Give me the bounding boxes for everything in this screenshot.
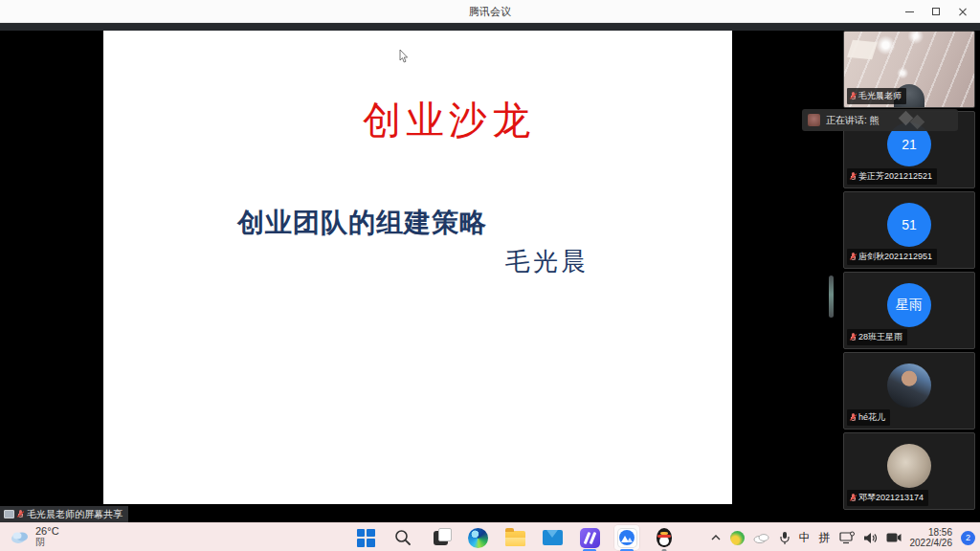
window-title: 腾讯会议 [0,5,980,19]
muted-mic-icon [850,253,857,262]
display-pen-tray-icon[interactable] [839,531,855,544]
weather-widget[interactable]: 26°C 阴 [10,525,59,548]
purple-app-button[interactable] [577,525,602,550]
participant-name: 28班王星雨 [858,331,902,343]
participant-name: 邓琴2021213174 [858,492,924,504]
edge-icon [468,528,488,548]
screen-share-banner[interactable]: 毛光晨老师的屏幕共享 [0,506,128,522]
participant-name: 姜正芳2021212521 [858,170,932,183]
participant-name: hé花儿 [858,411,885,424]
speaking-toast-text: 正在讲话: 熊 [826,114,880,127]
participant-name-tag: 姜正芳2021212521 [847,168,937,185]
taskbar-apps [353,525,677,550]
mail-button[interactable] [540,525,565,550]
muted-mic-icon [850,92,857,101]
muted-mic-icon [17,510,24,519]
participant-tile[interactable]: hé花儿 [843,352,975,430]
muted-mic-icon [850,413,857,423]
weather-cloud-icon [10,528,31,545]
windows-logo-icon [357,529,375,547]
clock-date: 2022/4/26 [910,538,953,548]
purple-app-icon [580,528,600,548]
qq-button[interactable] [652,525,677,550]
speaker-tray-icon[interactable] [863,532,878,544]
participant-name-tag: 毛光晨老师 [847,88,906,104]
clock-time: 18:56 [928,527,952,538]
participant-name-tag: hé花儿 [847,409,890,426]
participant-name-tag: 邓琴2021213174 [847,490,928,506]
mail-icon [543,530,563,545]
minimize-icon [905,11,914,12]
muted-mic-icon [850,494,857,503]
participant-tile[interactable]: 51 唐剑秋2021212951 [843,191,975,269]
meeting-window: 腾讯会议 创业沙龙 创业团队的组建策略 毛光晨 毛光晨老师的屏幕共享 [0,0,980,551]
weather-condition: 阴 [35,537,59,548]
restore-button[interactable] [923,0,949,23]
participant-name: 毛光晨老师 [858,90,902,102]
tray-expand-chevron-icon[interactable] [710,533,722,542]
participant-sidebar: 毛光晨老师 21 姜正芳2021212521 51 唐剑秋2021212951 … [837,31,980,522]
participant-tile[interactable]: 邓琴2021213174 [843,432,975,510]
antivirus-tray-icon[interactable] [730,531,745,545]
search-icon [393,528,412,547]
close-button[interactable] [949,0,976,23]
cloud-tray-icon[interactable] [753,532,770,543]
avatar: 星雨 [887,283,931,327]
search-button[interactable] [390,525,415,550]
window-controls [896,0,976,23]
meeting-toolbar-strip [0,23,980,31]
file-explorer-button[interactable] [502,525,527,550]
screen-share-label: 毛光晨老师的屏幕共享 [27,508,122,521]
slide-title: 创业沙龙 [103,94,732,146]
participant-name-tag: 28班王星雨 [847,329,907,345]
meeting-content: 创业沙龙 创业团队的组建策略 毛光晨 毛光晨老师的屏幕共享 [0,31,980,522]
tencent-meeting-button[interactable] [614,525,639,550]
restore-icon [932,8,940,15]
participant-name-tag: 唐剑秋2021212951 [847,249,937,265]
slide-subtitle: 创业团队的组建策略 [237,205,487,241]
participant-name: 唐剑秋2021212951 [858,251,932,263]
shared-screen-slide: 创业沙龙 创业团队的组建策略 毛光晨 [103,31,732,504]
taskbar-clock[interactable]: 18:56 2022/4/26 [910,527,953,548]
participant-tile[interactable]: 星雨 28班王星雨 [843,272,975,349]
muted-mic-icon [850,333,857,342]
microphone-tray-icon[interactable] [779,531,791,545]
ime-language-indicator[interactable]: 中 [799,530,811,546]
folder-icon [505,531,525,546]
sidebar-collapse-handle[interactable] [829,276,834,318]
ime-layout-indicator[interactable]: 拼 [819,530,831,546]
weather-temp: 26°C [35,525,59,537]
minimize-button[interactable] [896,0,923,23]
mouse-cursor-icon [399,50,409,63]
screen-share-icon [4,510,14,518]
speaker-avatar [808,114,820,126]
camera-tray-icon[interactable] [886,532,902,543]
avatar: 51 [887,203,931,247]
tencent-meeting-icon [617,528,637,548]
title-bar: 腾讯会议 [0,0,980,23]
close-icon [958,7,968,16]
task-view-icon [434,531,448,545]
muted-mic-icon [850,172,857,182]
avatar-photo [887,444,931,488]
edge-browser-button[interactable] [465,525,490,550]
system-tray: 中 拼 18:56 2022/4/26 2 [710,523,976,551]
speaker-animation [901,113,933,128]
windows-taskbar: 26°C 阴 [0,522,980,551]
qq-penguin-icon [656,528,673,548]
avatar-photo [887,364,931,408]
start-button[interactable] [353,525,378,550]
participant-tile-video[interactable]: 毛光晨老师 [843,31,975,108]
slide-author: 毛光晨 [505,245,589,278]
notification-badge[interactable]: 2 [961,531,975,545]
task-view-button[interactable] [428,525,453,550]
ceiling-light [847,40,878,60]
speaking-toast: 正在讲话: 熊 [802,109,958,131]
